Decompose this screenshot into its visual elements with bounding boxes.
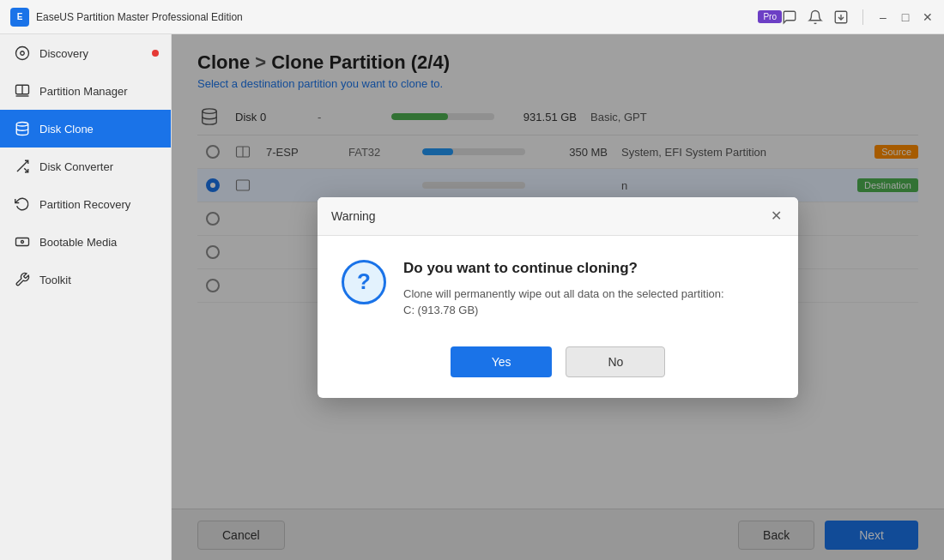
sidebar-item-partition-manager-label: Partition Manager <box>39 85 128 98</box>
svg-rect-10 <box>16 238 29 246</box>
sidebar-item-disk-clone-label: Disk Clone <box>39 123 94 135</box>
discovery-icon <box>14 45 31 62</box>
sidebar-item-discovery[interactable]: Discovery <box>0 34 171 72</box>
no-button[interactable]: No <box>566 346 665 377</box>
message-icon[interactable] <box>782 9 797 25</box>
modal-close-button[interactable]: ✕ <box>767 208 784 225</box>
bootable-media-icon <box>14 233 31 250</box>
sidebar-item-toolkit-label: Toolkit <box>39 274 71 286</box>
minimize-button[interactable]: – <box>877 11 889 23</box>
download-icon[interactable] <box>833 9 849 25</box>
app-logo: E <box>10 8 29 27</box>
svg-point-11 <box>21 241 24 244</box>
modal-question-icon: ? <box>342 260 386 304</box>
yes-button[interactable]: Yes <box>451 346 553 377</box>
sidebar-item-disk-clone[interactable]: Disk Clone <box>0 110 171 148</box>
content-area: Clone > Clone Partition (2/4) Select a d… <box>172 34 944 560</box>
app-body: Discovery Partition Manager Disk Clone D… <box>0 34 944 560</box>
svg-point-2 <box>16 47 29 60</box>
titlebar: E EaseUS Partition Master Professional E… <box>0 0 944 34</box>
partition-manager-icon <box>14 82 31 99</box>
warning-modal: Warning ✕ ? Do you want to continue clon… <box>318 197 798 398</box>
sidebar-item-discovery-label: Discovery <box>39 47 88 60</box>
sidebar-item-partition-recovery[interactable]: Partition Recovery <box>0 185 171 223</box>
close-button[interactable]: ✕ <box>922 11 934 23</box>
partition-recovery-icon <box>14 196 31 213</box>
sidebar-item-bootable-media[interactable]: Bootable Media <box>0 223 171 261</box>
sidebar-item-bootable-media-label: Bootable Media <box>39 236 117 249</box>
discovery-notification-dot <box>152 50 159 57</box>
modal-question-text: Do you want to continue cloning? <box>403 260 774 277</box>
svg-point-7 <box>16 123 28 127</box>
disk-converter-icon <box>14 158 31 175</box>
window-controls: – □ ✕ <box>782 9 934 25</box>
pro-badge: Pro <box>758 10 782 23</box>
svg-point-3 <box>21 51 25 56</box>
sidebar-item-disk-converter[interactable]: Disk Converter <box>0 148 171 185</box>
modal-description-line1: Clone will permanently wipe out all data… <box>403 287 724 300</box>
disk-clone-icon <box>14 120 31 137</box>
modal-body: ? Do you want to continue cloning? Clone… <box>318 236 798 336</box>
toolkit-icon <box>14 271 31 288</box>
sidebar-item-disk-converter-label: Disk Converter <box>39 160 113 173</box>
modal-footer: Yes No <box>318 336 798 398</box>
modal-description-line2: C: (913.78 GB) <box>403 304 478 316</box>
sidebar-item-toolkit[interactable]: Toolkit <box>0 261 171 298</box>
sidebar: Discovery Partition Manager Disk Clone D… <box>0 34 172 560</box>
modal-overlay: Warning ✕ ? Do you want to continue clon… <box>172 34 944 560</box>
modal-title: Warning <box>331 209 767 223</box>
modal-description: Clone will permanently wipe out all data… <box>403 286 774 319</box>
modal-header: Warning ✕ <box>318 197 798 236</box>
maximize-button[interactable]: □ <box>899 11 911 23</box>
bell-icon[interactable] <box>808 9 823 25</box>
app-title: EaseUS Partition Master Professional Edi… <box>36 11 753 23</box>
sidebar-item-partition-manager[interactable]: Partition Manager <box>0 72 171 110</box>
modal-text-area: Do you want to continue cloning? Clone w… <box>403 260 774 319</box>
sidebar-item-partition-recovery-label: Partition Recovery <box>39 198 130 211</box>
